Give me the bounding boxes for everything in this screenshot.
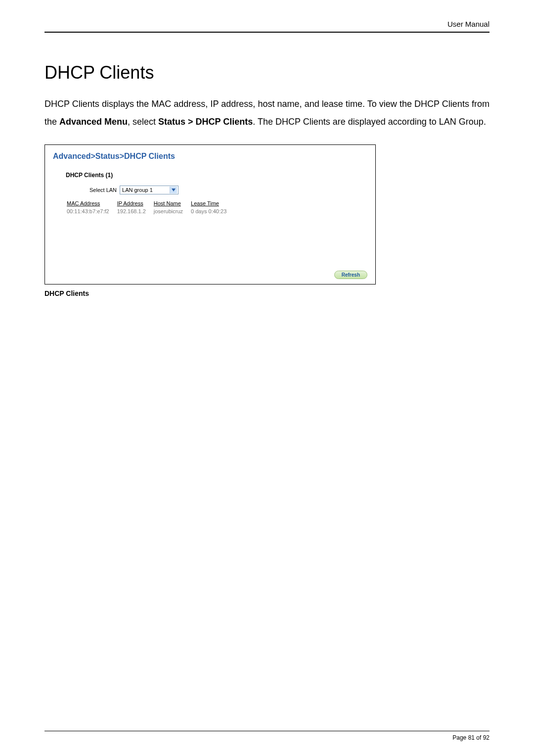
svg-marker-0	[172, 189, 176, 191]
dhcp-panel-title: DHCP Clients (1)	[66, 172, 367, 179]
header-rule: User Manual	[44, 20, 490, 33]
footer: Page 81 of 92	[44, 731, 490, 741]
refresh-button[interactable]: Refresh	[334, 271, 367, 279]
table-row: 00:11:43:b7:e7:f2 192.168.1.2 joserubicr…	[66, 207, 233, 215]
header-label: User Manual	[447, 20, 490, 28]
col-mac: MAC Address	[66, 199, 116, 207]
cell-ip: 192.168.1.2	[116, 207, 153, 215]
col-ip: IP Address	[116, 199, 153, 207]
page-title: DHCP Clients	[44, 62, 490, 83]
cell-mac: 00:11:43:b7:e7:f2	[66, 207, 116, 215]
para-bold-2: Status > DHCP Clients	[158, 117, 253, 127]
page-number: Page 81 of 92	[452, 734, 490, 741]
select-lan-label: Select LAN	[89, 187, 117, 193]
select-lan-value: LAN group 1	[121, 187, 170, 193]
dhcp-clients-table: MAC Address IP Address Host Name Lease T…	[66, 199, 233, 215]
para-text-3: . The DHCP Clients are displayed accordi…	[253, 117, 486, 127]
breadcrumb: Advanced>Status>DHCP Clients	[53, 152, 367, 161]
chevron-down-icon	[170, 187, 177, 193]
select-lan-dropdown[interactable]: LAN group 1	[120, 186, 178, 194]
para-bold-1: Advanced Menu	[59, 117, 128, 127]
cell-host: joserubicruz	[153, 207, 190, 215]
cell-lease: 0 days 0:40:23	[190, 207, 233, 215]
table-header-row: MAC Address IP Address Host Name Lease T…	[66, 199, 233, 207]
dhcp-screenshot: Advanced>Status>DHCP Clients DHCP Client…	[44, 144, 376, 284]
figure-caption: DHCP Clients	[44, 289, 490, 297]
col-lease: Lease Time	[190, 199, 233, 207]
para-text-2: , select	[128, 117, 158, 127]
refresh-row: Refresh	[53, 270, 367, 279]
intro-paragraph: DHCP Clients displays the MAC address, I…	[44, 95, 490, 131]
select-lan-row: Select LAN LAN group 1	[89, 186, 367, 194]
col-host: Host Name	[153, 199, 190, 207]
